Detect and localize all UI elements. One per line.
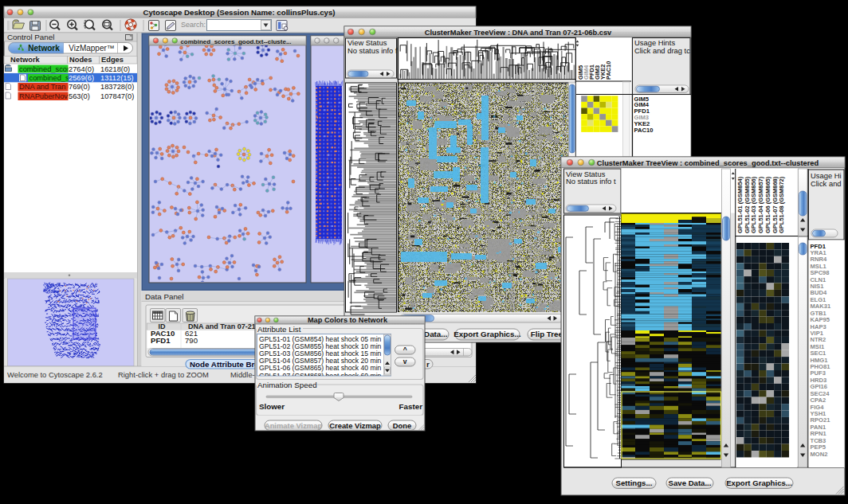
svg-text:Save Data...: Save Data... [669,479,712,487]
svg-text:Edges: Edges [101,56,124,64]
svg-text:2569(6): 2569(6) [69,74,94,82]
svg-text:Network: Network [28,44,60,53]
svg-text:Middle-: Middle- [230,370,255,379]
svg-text:Export Graphics...: Export Graphics... [453,330,521,338]
svg-text:790: 790 [185,336,198,345]
svg-text:DNA and Tran 07: DNA and Tran 07 [19,83,76,91]
svg-text:PAC10: PAC10 [605,61,612,80]
svg-text:Slower: Slower [259,402,285,411]
svg-text:^: ^ [403,346,407,354]
svg-text:ClusterMaker TreeView : combin: ClusterMaker TreeView : combined_scores_… [597,159,819,167]
svg-text:Map Colors to Network: Map Colors to Network [308,316,388,324]
svg-text:Click and: Click and [811,179,842,188]
svg-text:r: r [426,360,430,369]
svg-text:GPL51-01 (GSM854): GPL51-01 (GSM854) [736,176,744,233]
svg-text:Nodes: Nodes [69,56,92,64]
svg-text:Welcome to Cytoscape 2.6.2: Welcome to Cytoscape 2.6.2 [7,370,103,379]
svg-text:Animate Vizmap: Animate Vizmap [265,421,323,430]
svg-text:563(0): 563(0) [69,92,90,100]
svg-text:GPL51-06 (GSM865): GPL51-06 (GSM865) [764,176,771,233]
svg-text:107847(0): 107847(0) [100,92,134,100]
svg-text:Create Vizmap: Create Vizmap [329,421,381,430]
svg-text:No status info t: No status info t [566,177,616,186]
svg-text:Click and drag tc: Click and drag tc [634,46,690,55]
svg-text:Done: Done [393,421,411,430]
svg-text:Attribute List: Attribute List [257,325,301,334]
svg-text:GPL51-07 (GSM868): GPL51-07 (GSM868) [771,176,779,233]
svg-text:183728(0): 183728(0) [100,83,134,91]
svg-text:Network: Network [10,56,41,64]
svg-text:PFD1: PFD1 [151,336,171,345]
svg-text:PAC10: PAC10 [634,127,654,134]
svg-text:Right-click + drag to ZOOM: Right-click + drag to ZOOM [118,370,209,379]
svg-text:v: v [403,357,407,365]
svg-text:769(0): 769(0) [69,83,90,91]
svg-text:2764(0): 2764(0) [69,65,94,73]
svg-text:Animation Speed: Animation Speed [257,381,317,389]
svg-text:GPL51-08 (GSM872): GPL51-08 (GSM872) [778,176,785,233]
svg-text:Settings...: Settings... [616,479,653,487]
svg-text:VizMapper™: VizMapper™ [69,44,115,53]
svg-text:GPL51-03 (GSM856): GPL51-03 (GSM856) [750,176,757,233]
svg-text:Cytoscape Desktop (Session Nam: Cytoscape Desktop (Session Name: collins… [143,8,335,17]
svg-text:Export Graphics...: Export Graphics... [726,479,792,487]
svg-text:No status info f: No status info f [347,46,398,55]
svg-text:ClusterMaker TreeView : DNA an: ClusterMaker TreeView : DNA and Tran 07-… [425,29,612,37]
svg-text:Search:: Search: [181,21,206,29]
svg-text:Control Panel: Control Panel [7,33,54,41]
svg-text:16218(0): 16218(0) [100,65,130,73]
svg-text:Data Panel: Data Panel [145,292,183,301]
svg-text:13112(15): 13112(15) [100,74,134,82]
svg-text:GPL51-02 (GSM855): GPL51-02 (GSM855) [744,176,751,233]
svg-text:combined_scores_good.txt--clus: combined_scores_good.txt--cluste... [180,38,291,45]
svg-text:MON2: MON2 [811,451,828,458]
svg-text:GPL51-04 (GSM857): GPL51-04 (GSM857) [757,176,764,233]
svg-text:Faster: Faster [399,402,423,411]
